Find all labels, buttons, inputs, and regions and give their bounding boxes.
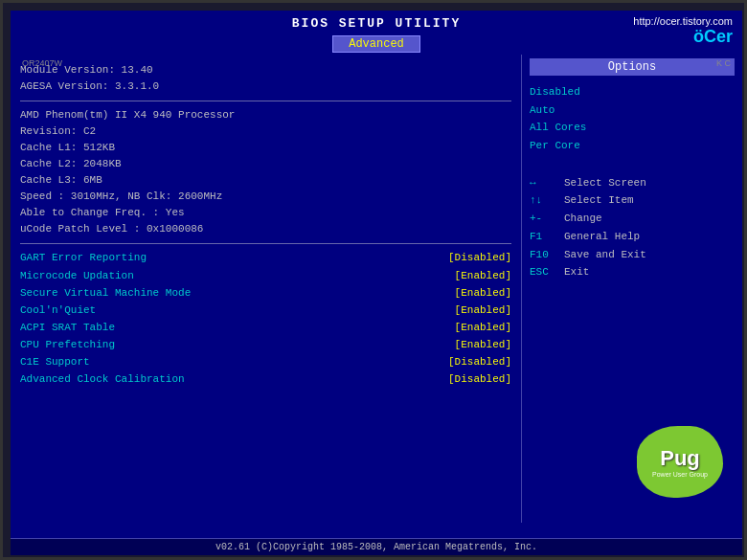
able-to-change: Able to Change Freq. : Yes [20, 205, 511, 221]
pug-circle: Pug Power User Group [637, 426, 723, 498]
settings-row[interactable]: Advanced Clock Calibration[Disabled] [20, 371, 511, 388]
left-panel: Module Version: 13.40 AGESA Version: 3.3… [11, 55, 522, 523]
pug-badge: Pug Power User Group [637, 426, 723, 498]
cache-l1: Cache L1: 512KB [20, 140, 511, 156]
key-code: F10 [530, 246, 558, 264]
key-code: ESC [530, 263, 558, 281]
settings-row[interactable]: C1E Support[Disabled] [20, 354, 511, 370]
option-items: DisabledAutoAll CoresPer Core [530, 83, 735, 155]
setting-value: [Enabled] [455, 320, 511, 336]
bios-footer: v02.61 (C)Copyright 1985-2008, American … [11, 538, 742, 555]
key-action: General Help [564, 228, 640, 246]
cpu-revision: Revision: C2 [20, 123, 511, 140]
agesa-version: AGESA Version: 3.3.1.0 [20, 78, 511, 95]
settings-row[interactable]: CPU Prefetching[Enabled] [20, 337, 511, 353]
setting-name: Advanced Clock Calibration [20, 371, 185, 388]
setting-name: ACPI SRAT Table [20, 320, 115, 336]
settings-row[interactable]: ACPI SRAT Table[Enabled] [20, 320, 511, 336]
setting-value: [Enabled] [455, 285, 511, 302]
option-item[interactable]: Disabled [530, 83, 735, 101]
settings-row[interactable]: Cool'n'Quiet[Enabled] [20, 302, 511, 319]
key-code: +- [530, 210, 558, 228]
pug-sub: Power User Group [652, 471, 708, 478]
settings-row[interactable]: GART Error Reporting[Disabled] [20, 250, 511, 266]
watermark-url: http://ocer.tistory.com [633, 15, 733, 27]
bios-content: Module Version: 13.40 AGESA Version: 3.3… [11, 55, 742, 523]
setting-value: [Enabled] [455, 268, 511, 284]
key-action: Exit [564, 263, 589, 281]
setting-value: [Enabled] [455, 337, 511, 353]
setting-value: [Disabled] [448, 371, 511, 388]
setting-value: [Enabled] [455, 302, 511, 319]
key-code: ↔ [530, 174, 558, 192]
kc-indicator: K C [716, 58, 731, 68]
key-help-row: F10Save and Exit [530, 246, 735, 264]
bios-screen: http://ocer.tistory.com öCer OR2407W K C… [11, 11, 742, 555]
cache-l2: Cache L2: 2048KB [20, 156, 511, 172]
setting-name: Microcode Updation [20, 268, 134, 284]
key-help-row: ESCExit [530, 263, 735, 281]
divider-1 [20, 101, 511, 101]
option-item[interactable]: All Cores [530, 119, 735, 137]
key-action: Change [564, 210, 602, 228]
key-code: ↑↓ [530, 191, 558, 210]
ucode: uCode Patch Level : 0x1000086 [20, 221, 511, 237]
settings-row[interactable]: Microcode Updation[Enabled] [20, 268, 511, 284]
key-action: Select Screen [564, 174, 646, 192]
key-code: F1 [530, 228, 558, 246]
setting-value: [Disabled] [448, 354, 511, 370]
monitor-bezel: http://ocer.tistory.com öCer OR2407W K C… [0, 0, 747, 560]
cpu-name: AMD Phenom(tm) II X4 940 Processor [20, 107, 511, 123]
setting-name: CPU Prefetching [20, 337, 115, 353]
key-action: Save and Exit [564, 246, 646, 264]
bios-tab-advanced[interactable]: Advanced [332, 35, 420, 53]
options-header: Options [530, 58, 735, 76]
pug-text: Pug [660, 446, 700, 471]
monitor-label: OR2407W [22, 58, 62, 68]
watermark: http://ocer.tistory.com öCer [633, 15, 733, 47]
key-help-row: F1General Help [530, 228, 735, 246]
module-version: Module Version: 13.40 [20, 62, 511, 78]
setting-value: [Disabled] [448, 250, 511, 266]
key-help-row: +-Change [530, 210, 735, 228]
setting-name: C1E Support [20, 354, 90, 370]
cache-l3: Cache L3: 6MB [20, 172, 511, 189]
cpu-speed: Speed : 3010MHz, NB Clk: 2600MHz [20, 189, 511, 205]
divider-2 [20, 243, 511, 244]
key-help-row: ↑↓Select Item [530, 191, 735, 210]
option-item[interactable]: Per Core [530, 137, 735, 155]
key-help-row: ↔Select Screen [530, 174, 735, 192]
settings-table: GART Error Reporting[Disabled]Microcode … [20, 250, 511, 387]
settings-row[interactable]: Secure Virtual Machine Mode[Enabled] [20, 285, 511, 302]
key-help: ↔Select Screen↑↓Select Item+-ChangeF1Gen… [530, 174, 735, 281]
setting-name: GART Error Reporting [20, 250, 147, 266]
watermark-brand: öCer [633, 27, 733, 47]
setting-name: Secure Virtual Machine Mode [20, 285, 191, 302]
setting-name: Cool'n'Quiet [20, 302, 96, 319]
key-action: Select Item [564, 191, 634, 210]
option-item[interactable]: Auto [530, 101, 735, 120]
